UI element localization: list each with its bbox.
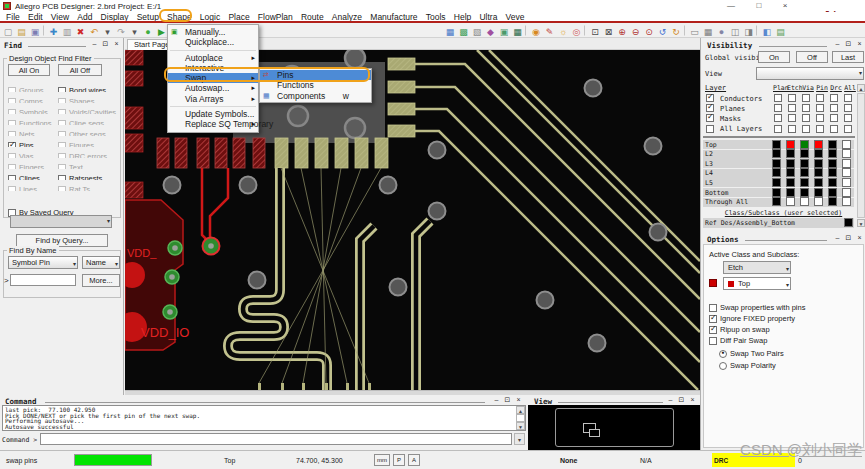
window-close-button[interactable]: × [776,1,794,10]
refdes-cell[interactable] [844,218,853,227]
layer-cell[interactable] [772,197,781,206]
new-drawing-icon[interactable]: ▢ [2,25,14,37]
pick-button[interactable]: P [393,454,405,466]
layer-cell[interactable] [814,188,823,197]
category-checkbox[interactable]: ✓ [706,104,714,112]
find-filter-item[interactable]: Symbols [8,103,58,114]
layer-cell[interactable] [842,168,851,177]
grid-scroll-down[interactable]: ▼ [857,219,865,227]
swap-mode-icon[interactable]: ◆ [485,25,497,37]
layer-cell[interactable] [786,149,795,158]
waive-drc-icon[interactable]: ▦ [444,25,456,37]
saved-query-dropdown[interactable]: ▾ [10,215,112,228]
submenu-item-functions[interactable]: Functions [260,80,371,90]
grid-cell[interactable] [788,94,796,102]
artwork-icon[interactable]: ▣ [498,25,510,37]
grid-cell[interactable] [844,94,852,102]
visibility-last-button[interactable]: Last [832,51,864,63]
find-filter-item[interactable]: Fingers [8,158,58,169]
grid-cell[interactable] [830,114,838,122]
filter-checkbox[interactable] [58,142,66,147]
find-filter-item[interactable]: Text [58,158,118,169]
menu-item-replace-sq-temporary[interactable]: Replace SQ Temporary▸ [168,119,258,129]
layer-cell[interactable] [842,159,851,168]
layer-cell[interactable] [828,178,837,187]
options-close-icon[interactable]: × [855,234,864,242]
find-filter-item[interactable]: Other segs [58,125,118,136]
filter-checkbox[interactable] [8,164,16,169]
units-button[interactable]: mm [374,454,390,466]
find-filter-item[interactable]: Nets [8,125,58,136]
class-dropdown[interactable]: Etch ▾ [723,261,791,274]
grid-cell[interactable] [788,125,796,133]
layer-cell[interactable] [786,178,795,187]
layer-cell[interactable] [828,168,837,177]
visibility-minimize-icon[interactable]: – [833,40,842,48]
log-scroll-up[interactable]: ▲ [516,406,525,414]
open-drawing-icon[interactable]: ▤ [16,25,28,37]
filter-checkbox[interactable] [58,186,66,191]
layer-cell[interactable] [842,149,851,158]
layer-cell[interactable] [814,140,823,149]
grid-cell[interactable] [788,104,796,112]
redo-dropdown-icon[interactable]: ▾ [129,25,141,37]
redraw-icon[interactable]: ↻ [670,25,682,37]
menu-item-swap[interactable]: Swap▸ [168,73,258,83]
grid-cell[interactable] [774,114,782,122]
find-filter-item[interactable]: Rat Ts [58,180,118,191]
category-checkbox[interactable]: ✓ [706,94,714,102]
layer-cell[interactable] [772,178,781,187]
layer-cell[interactable] [786,140,795,149]
filter-checkbox[interactable] [58,131,66,136]
log-scroll-thumb[interactable] [516,414,525,422]
layer-cell[interactable] [800,149,809,158]
command-close-icon[interactable]: × [514,396,523,404]
layer-cell[interactable] [814,149,823,158]
visibility-close-icon[interactable]: × [855,40,864,48]
grid-scroll-up[interactable]: ▲ [857,84,865,92]
filter-checkbox[interactable] [8,131,16,136]
separator[interactable] [684,25,688,36]
redo-icon[interactable]: ↷ [115,25,127,37]
layer-cell[interactable] [828,140,837,149]
layer-cell[interactable] [772,188,781,197]
filter-checkbox[interactable] [58,164,66,169]
filter-checkbox[interactable] [58,153,66,158]
find-filter-item[interactable]: Bond wires [58,81,118,92]
grid-cell[interactable] [816,94,824,102]
application-mode-button[interactable]: A [408,454,420,466]
layer-cell[interactable] [800,168,809,177]
zoom-previous-icon[interactable]: ↺ [657,25,669,37]
separator[interactable] [756,25,760,36]
grid-cell[interactable] [816,125,824,133]
find-filter-item[interactable]: DRC errors [58,147,118,158]
color192-icon[interactable]: ▦ [512,25,524,37]
find-filter-item[interactable]: Clines [8,169,58,180]
shadow-mode-icon[interactable]: ▭ [689,25,701,37]
view-thumbnail[interactable] [528,405,700,450]
grid-cell[interactable] [774,125,782,133]
find-filter-item[interactable]: Voids/Cavities [58,103,118,114]
find-filter-item[interactable]: ✓Pins [8,136,58,147]
name-input[interactable] [10,274,76,286]
visibility-on-button[interactable]: On [758,51,790,63]
constraint-manager-icon[interactable]: ▤ [775,25,787,37]
layer-cell[interactable] [772,159,781,168]
separator[interactable] [525,25,529,36]
menu-item-autoswap[interactable]: Autoswap...▸ [168,83,258,93]
grid-scrollbar[interactable] [857,93,865,218]
menu-item-via-arrays[interactable]: Via Arrays▸ [168,94,258,104]
grid-cell[interactable] [774,94,782,102]
zoom-world-icon[interactable]: ⊙ [643,25,655,37]
zoom-in-icon[interactable]: ⊕ [616,25,628,37]
view-float-icon[interactable]: ⊡ [677,396,686,404]
pin-icon[interactable]: ▶ [156,25,168,37]
find-filter-item[interactable]: Cline segs [58,114,118,125]
grid-cell[interactable] [844,104,852,112]
filter-checkbox[interactable]: ✓ [8,142,16,147]
view-close-icon[interactable]: × [688,396,697,404]
replace-icon[interactable]: ▧ [471,25,483,37]
grid-cell[interactable] [802,125,810,133]
command-minimize-icon[interactable]: – [492,396,501,404]
name-mode-dropdown[interactable]: Name ▾ [82,256,120,269]
